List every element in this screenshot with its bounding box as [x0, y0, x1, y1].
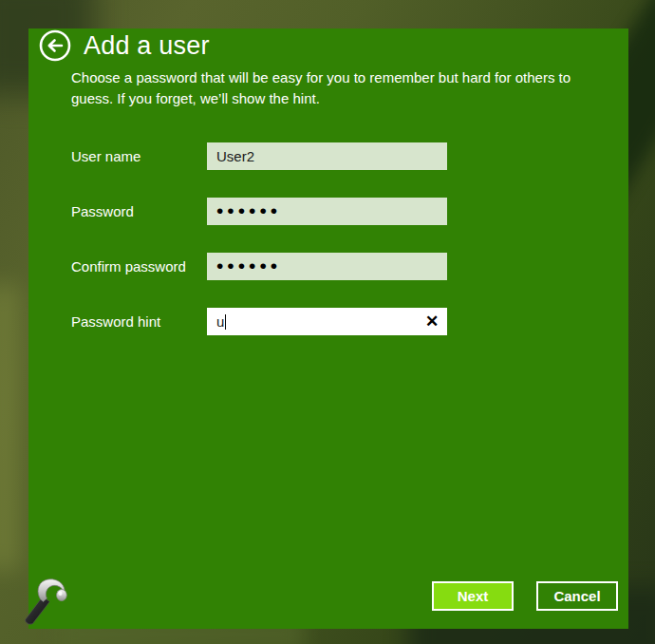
back-button[interactable] [39, 29, 71, 62]
username-value: User2 [207, 142, 447, 170]
confirm-password-label: Confirm password [71, 258, 207, 275]
username-input[interactable]: User2 [207, 142, 447, 170]
background-blur-light-left [0, 285, 19, 570]
hammer-icon [14, 569, 73, 628]
clear-icon[interactable]: ✕ [421, 308, 443, 335]
next-button[interactable]: Next [432, 581, 514, 611]
page-title: Add a user [84, 31, 210, 61]
text-caret [225, 314, 226, 330]
password-hint-input[interactable]: u ✕ [207, 308, 447, 335]
username-row: User name User2 [71, 142, 447, 170]
confirm-password-input[interactable]: •••••• [207, 253, 447, 280]
username-label: User name [71, 148, 207, 164]
password-hint-label: Password hint [71, 313, 207, 330]
add-user-dialog: Add a user Choose a password that will b… [28, 28, 628, 629]
dialog-footer: Next Cancel [432, 581, 618, 611]
password-hint-row: Password hint u ✕ [71, 308, 447, 335]
confirm-password-row: Confirm password •••••• [71, 253, 447, 280]
password-label: Password [71, 203, 207, 219]
password-row: Password •••••• [71, 198, 447, 225]
password-value: •••••• [207, 198, 447, 225]
add-user-form: User name User2 Password •••••• Confirm … [71, 142, 447, 363]
back-icon [39, 29, 71, 62]
password-hint-value: u [207, 308, 447, 335]
dialog-header: Add a user [39, 29, 210, 62]
confirm-password-value: •••••• [207, 253, 447, 280]
cancel-button[interactable]: Cancel [536, 581, 618, 611]
password-instructions: Choose a password that will be easy for … [71, 67, 603, 109]
desktop-background: Add a user Choose a password that will b… [0, 0, 655, 644]
password-input[interactable]: •••••• [207, 198, 447, 225]
